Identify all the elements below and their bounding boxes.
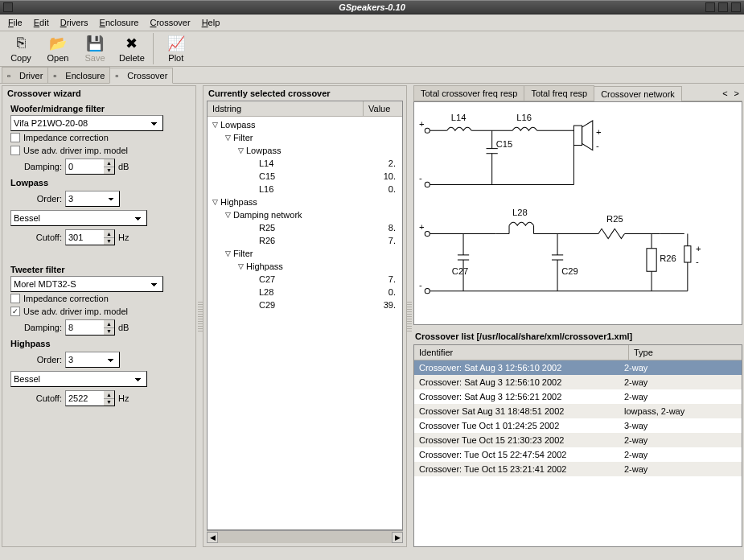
tree-toggle-icon[interactable]: ▽ — [224, 249, 232, 257]
rtab-total-crossover-freq-resp[interactable]: Total crossover freq resp — [413, 85, 524, 101]
tree-hscrollbar[interactable]: ◀ ▶ — [207, 530, 403, 543]
tree-row[interactable]: ▽Filter — [208, 131, 402, 144]
xolist-row[interactable]: Crossover Tue Oct 15 21:30:23 20022-way — [414, 433, 742, 447]
spinner-down-icon[interactable]: ▼ — [104, 238, 114, 245]
tree-toggle-icon[interactable]: ▽ — [211, 198, 219, 206]
window-menu-button[interactable] — [3, 2, 13, 12]
menu-enclosure[interactable]: Enclosure — [95, 16, 144, 29]
minimize-button[interactable] — [705, 2, 715, 12]
toolbar-plot-button[interactable]: 📈Plot — [158, 33, 194, 64]
tweeter-damping-spinner[interactable]: ▲▼ — [65, 319, 115, 336]
tree-toggle-icon[interactable]: ▽ — [211, 121, 219, 129]
xolist-col-id[interactable]: Identifier — [414, 345, 629, 360]
woofer-adv-model-checkbox[interactable] — [10, 146, 20, 155]
enclosure-icon: ▫ — [53, 71, 63, 80]
menu-edit[interactable]: Edit — [29, 16, 54, 29]
tree-row[interactable]: C277. — [208, 273, 402, 286]
tree-row[interactable]: ▽Lowpass — [208, 144, 402, 157]
tree-col-val[interactable]: Value — [364, 101, 402, 116]
tree-row[interactable]: ▽Lowpass — [208, 118, 402, 131]
tab-enclosure[interactable]: ▫Enclosure — [47, 67, 110, 83]
xolist-row[interactable]: Crossover Sat Aug 31 18:48:51 2002lowpas… — [414, 404, 742, 418]
scroll-left-icon[interactable]: ◀ — [207, 532, 218, 543]
spinner-down-icon[interactable]: ▼ — [104, 399, 114, 406]
xolist-row[interactable]: Crossover: Sat Aug 3 12:56:10 20022-way — [414, 375, 742, 389]
menu-crossover[interactable]: Crossover — [145, 16, 195, 29]
tweeter-type-select[interactable]: Bessel — [10, 371, 147, 387]
xolist-type: 3-way — [624, 421, 737, 430]
spinner-down-icon[interactable]: ▼ — [104, 167, 114, 175]
xolist-row[interactable]: Crossover: Tue Oct 15 23:21:41 20022-way — [414, 462, 742, 476]
tab-crossover[interactable]: ▫Crossover — [109, 68, 173, 84]
menu-help[interactable]: Help — [197, 16, 225, 29]
crossover-list[interactable]: Identifier Type Crossover: Sat Aug 3 12:… — [413, 344, 742, 547]
close-button[interactable] — [731, 2, 741, 12]
toolbar-copy-button[interactable]: ⎘Copy — [3, 33, 39, 64]
maximize-button[interactable] — [718, 2, 728, 12]
titlebar: GSpeakers-0.10 — [0, 0, 744, 14]
tree-toggle-icon[interactable]: ▽ — [224, 134, 232, 142]
tree-row[interactable]: L142. — [208, 157, 402, 170]
tree-item-label: C27 — [259, 274, 275, 284]
tweeter-cutoff-spinner[interactable]: ▲▼ — [65, 390, 115, 406]
xolist-col-type[interactable]: Type — [629, 345, 742, 360]
window-title: GSpeakers-0.10 — [339, 2, 405, 12]
save-icon: 💾 — [86, 35, 104, 52]
tree-item-label: C29 — [259, 300, 275, 310]
tree-row[interactable]: ▽Highpass — [208, 196, 402, 208]
tree-toggle-icon[interactable]: ▽ — [236, 146, 245, 154]
splitter[interactable] — [407, 300, 412, 332]
tweeter-title: Tweeter filter — [10, 263, 187, 276]
svg-rect-12 — [573, 126, 582, 145]
rtab-total-freq-resp[interactable]: Total freq resp — [524, 85, 594, 101]
woofer-type-select[interactable]: Bessel — [10, 210, 147, 226]
tree-col-id[interactable]: Idstring — [208, 101, 364, 116]
spinner-up-icon[interactable]: ▲ — [104, 159, 114, 167]
tab-scroll-right-icon[interactable]: > — [731, 87, 742, 100]
tree-toggle-icon[interactable]: ▽ — [224, 211, 232, 219]
svg-text:C15: C15 — [496, 139, 513, 149]
xolist-row[interactable]: Crossover: Sat Aug 3 12:56:10 20022-way — [414, 360, 742, 375]
rtab-crossover-network[interactable]: Crossover network — [594, 86, 682, 101]
copy-icon: ⎘ — [12, 35, 30, 52]
spinner-down-icon[interactable]: ▼ — [104, 328, 114, 336]
woofer-driver-select[interactable]: Vifa P21WO-20-08 — [10, 115, 163, 131]
woofer-order-select[interactable]: 3 — [65, 191, 120, 207]
xolist-row[interactable]: Crossover Tue Oct 1 01:24:25 20023-way — [414, 418, 742, 433]
tree-row[interactable]: ▽Filter — [208, 247, 402, 260]
xolist-id: Crossover Sat Aug 31 18:48:51 2002 — [419, 406, 624, 416]
spinner-up-icon[interactable]: ▲ — [104, 230, 114, 238]
woofer-cutoff-spinner[interactable]: ▲▼ — [65, 229, 115, 245]
svg-text:R25: R25 — [606, 214, 623, 224]
toolbar-delete-button[interactable]: ✖Delete — [114, 33, 154, 64]
woofer-damping-spinner[interactable]: ▲▼ — [65, 159, 115, 175]
tree-item-value — [360, 146, 399, 155]
tree-row[interactable]: R258. — [208, 221, 402, 234]
tree-row[interactable]: ▽Damping network — [208, 208, 402, 221]
menu-drivers[interactable]: Drivers — [55, 16, 93, 29]
menu-file[interactable]: File — [3, 16, 27, 29]
tweeter-imp-corr-checkbox[interactable] — [10, 294, 20, 303]
tweeter-driver-select[interactable]: Morel MDT32-S — [10, 276, 163, 292]
tree-item-value — [360, 120, 399, 130]
tree-row[interactable]: L280. — [208, 286, 402, 299]
tree-toggle-icon[interactable]: ▽ — [236, 262, 245, 270]
tweeter-adv-model-checkbox[interactable]: ✓ — [10, 307, 20, 316]
svg-text:+: + — [419, 119, 425, 129]
tree-row[interactable]: C1510. — [208, 170, 402, 183]
tree-row[interactable]: L160. — [208, 183, 402, 196]
woofer-imp-corr-checkbox[interactable] — [10, 133, 20, 142]
tree-row[interactable]: R267. — [208, 234, 402, 247]
tab-driver[interactable]: ▫Driver — [2, 67, 48, 83]
xolist-row[interactable]: Crossover: Sat Aug 3 12:56:21 20022-way — [414, 389, 742, 404]
tree-row[interactable]: C2939. — [208, 299, 402, 311]
spinner-up-icon[interactable]: ▲ — [104, 320, 114, 328]
toolbar-open-button[interactable]: 📂Open — [40, 33, 76, 64]
tree-row[interactable]: ▽Highpass — [208, 260, 402, 273]
spinner-up-icon[interactable]: ▲ — [104, 391, 114, 399]
xolist-row[interactable]: Crossover: Tue Oct 15 22:47:54 20022-way — [414, 447, 742, 462]
crossover-tree[interactable]: Idstring Value ▽Lowpass▽Filter▽LowpassL1… — [207, 101, 403, 530]
tweeter-order-select[interactable]: 3 — [65, 352, 120, 368]
tab-scroll-left-icon[interactable]: < — [719, 87, 730, 100]
scroll-right-icon[interactable]: ▶ — [392, 532, 403, 543]
